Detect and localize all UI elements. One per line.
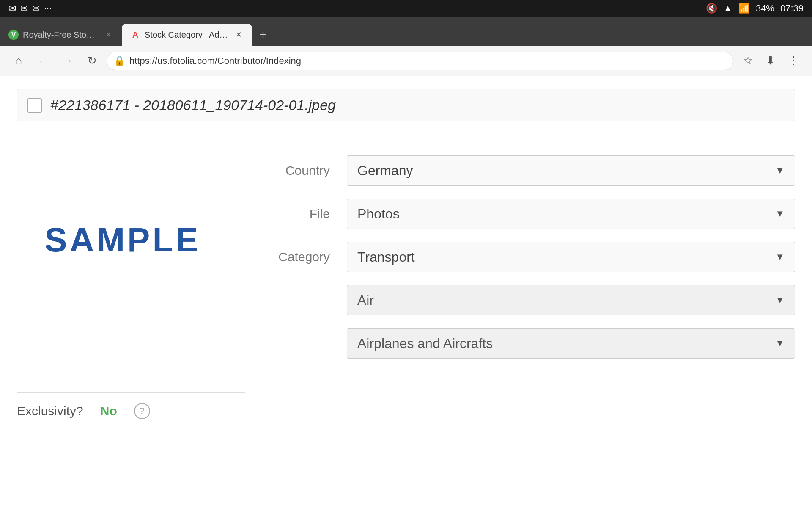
tab1-close-icon[interactable]: ✕	[103, 30, 113, 40]
status-bar-right: 🔇 ▲ 📶 34% 07:39	[706, 3, 804, 14]
country-select[interactable]: Germany ▼	[347, 155, 795, 186]
subcategory1-dropdown-arrow: ▼	[775, 295, 785, 306]
tab-stock-category[interactable]: A Stock Category | Adobe Com ✕	[122, 24, 252, 46]
file-checkbox[interactable]	[27, 98, 42, 113]
category-select[interactable]: Transport ▼	[347, 242, 795, 272]
forward-button[interactable]: →	[58, 51, 78, 71]
category-value: Transport	[357, 249, 415, 265]
nav-bar: ⌂ ← → ↻ 🔒 https://us.fotolia.com/Contrib…	[0, 46, 812, 76]
signal-icon: 📶	[738, 3, 750, 14]
category-row: Category Transport ▼	[254, 242, 795, 272]
nav-actions: ☆ ⬇ ⋮	[738, 51, 804, 71]
page-content: #221386171 - 20180611_190714-02-01.jpeg …	[0, 76, 812, 432]
message-icon-2: ✉	[20, 3, 28, 14]
home-button[interactable]: ⌂	[8, 51, 29, 71]
subcategory1-row: Air ▼	[254, 285, 795, 315]
secure-lock-icon: 🔒	[114, 55, 125, 66]
exclusivity-help-icon[interactable]: ?	[134, 403, 150, 419]
tab2-label: Stock Category | Adobe Com	[145, 30, 229, 40]
country-row: Country Germany ▼	[254, 155, 795, 186]
refresh-button[interactable]: ↻	[82, 51, 102, 71]
exclusivity-value: No	[100, 404, 117, 418]
category-dropdown-arrow: ▼	[775, 251, 785, 262]
subcategory1-value: Air	[357, 293, 374, 308]
tab1-label: Royalty-Free Stock Photos,	[23, 30, 99, 40]
country-value: Germany	[357, 163, 413, 179]
tab-bar: V Royalty-Free Stock Photos, ✕ A Stock C…	[0, 17, 812, 46]
message-icon-1: ✉	[8, 3, 16, 14]
url-bar[interactable]: 🔒 https://us.fotolia.com/Contributor/Ind…	[107, 52, 733, 70]
new-tab-button[interactable]: +	[252, 24, 274, 46]
form-fields: Country Germany ▼ File Photos ▼ Category…	[254, 155, 795, 359]
message-icon-3: ✉	[32, 3, 40, 14]
subcategory2-row: Airplanes and Aircrafts ▼	[254, 328, 795, 359]
country-label: Country	[254, 163, 330, 178]
exclusivity-section: Exclusivity? No ?	[17, 392, 245, 419]
tab2-favicon: A	[130, 30, 140, 40]
menu-button[interactable]: ⋮	[783, 51, 804, 71]
bookmark-button[interactable]: ☆	[738, 51, 758, 71]
more-icon: ···	[44, 3, 52, 14]
clock: 07:39	[780, 3, 804, 14]
url-text: https://us.fotolia.com/Contributor/Index…	[129, 55, 301, 66]
tab1-favicon: V	[8, 30, 19, 40]
status-bar-left: ✉ ✉ ✉ ···	[8, 3, 52, 14]
file-select[interactable]: Photos ▼	[347, 199, 795, 229]
subcategory2-select[interactable]: Airplanes and Aircrafts ▼	[347, 328, 795, 359]
main-area: SAMPLE Country Germany ▼ File Photos ▼	[17, 138, 795, 375]
file-title: #221386171 - 20180611_190714-02-01.jpeg	[50, 97, 336, 113]
battery-level: 34%	[756, 3, 774, 14]
status-bar: ✉ ✉ ✉ ··· 🔇 ▲ 📶 34% 07:39	[0, 0, 812, 17]
wifi-icon: ▲	[723, 3, 732, 14]
sample-image: SAMPLE	[17, 155, 228, 325]
file-header: #221386171 - 20180611_190714-02-01.jpeg	[17, 89, 795, 121]
mute-icon: 🔇	[706, 3, 717, 14]
file-dropdown-arrow: ▼	[775, 208, 785, 219]
tab-royalty-free[interactable]: V Royalty-Free Stock Photos, ✕	[0, 24, 122, 46]
subcategory2-dropdown-arrow: ▼	[775, 338, 785, 349]
back-button[interactable]: ←	[33, 51, 53, 71]
country-dropdown-arrow: ▼	[775, 165, 785, 176]
subcategory2-value: Airplanes and Aircrafts	[357, 336, 493, 351]
file-row: File Photos ▼	[254, 199, 795, 229]
category-label: Category	[254, 250, 330, 264]
file-label: File	[254, 207, 330, 221]
sample-watermark: SAMPLE	[44, 221, 200, 260]
file-value: Photos	[357, 206, 400, 222]
exclusivity-label: Exclusivity?	[17, 404, 83, 418]
download-button[interactable]: ⬇	[760, 51, 781, 71]
tab2-close-icon[interactable]: ✕	[233, 30, 244, 40]
subcategory1-select[interactable]: Air ▼	[347, 285, 795, 315]
